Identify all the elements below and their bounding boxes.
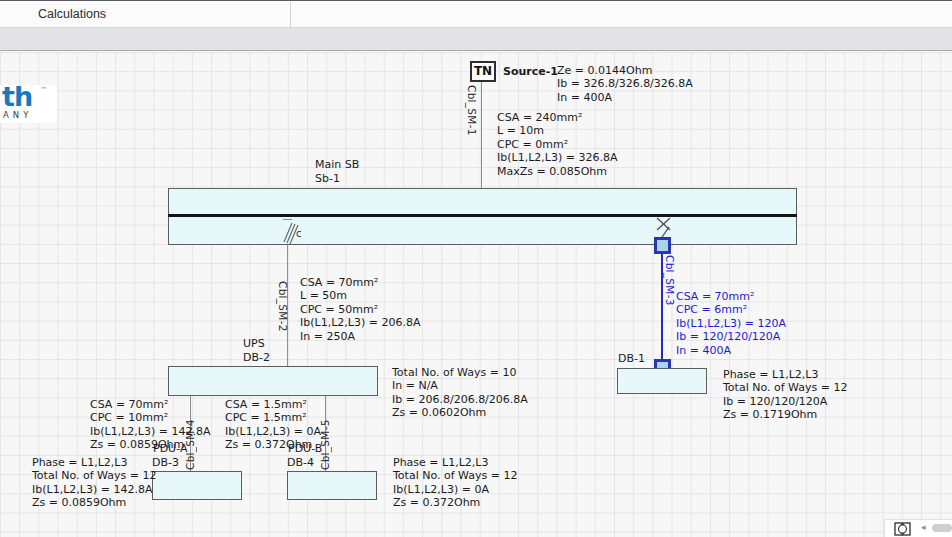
info-line: In = N/A [392,379,528,392]
hscroll-thumb[interactable] [932,524,952,532]
info-line: Total No. of Ways = 12 [32,469,156,482]
info-line: Zs = 0.0859Ohm [32,496,156,509]
info-line: Phase = L1,L2,L3 [393,456,517,469]
db4-name: PDU-B [288,442,322,456]
info-line: In = 250A [300,330,420,343]
info-line: L = 50m [300,289,420,302]
info-line: CSA = 1.5mm² [225,398,321,411]
selection-handle-top[interactable] [654,237,671,254]
db2-box[interactable] [168,366,378,396]
info-line: Ib(L1,L2,L3) = 142.8A [32,483,156,496]
db1-ref: DB-1 [618,352,645,366]
tab-divider [290,2,291,28]
info-line: Ib(L1,L2,L3) = 326.8A [497,151,617,164]
busbar-conductor-line [168,214,797,217]
db4-info-block: Phase = L1,L2,L3Total No. of Ways = 12Ib… [393,456,517,510]
trademark-mark: ™ [40,86,47,94]
info-line: CSA = 70mm² [300,276,420,289]
info-line: Total No. of Ways = 12 [723,381,847,394]
info-line: Total No. of Ways = 12 [393,469,517,482]
db2-name: UPS [243,337,265,351]
info-line: In = 400A [676,344,786,357]
info-line: Ib = 206.8/206.8/206.8A [392,393,528,406]
info-line: In = 400A [557,91,693,104]
cable-sm4-info-block: CSA = 70mm²CPC = 10mm²Ib(L1,L2,L3) = 142… [90,398,210,452]
db3-info-block: Phase = L1,L2,L3Total No. of Ways = 12Ib… [32,456,156,510]
info-line: Ib = 120/120/120A [723,395,847,408]
busbar-ref: Sb-1 [315,172,340,186]
db3-box[interactable] [152,471,242,500]
info-line: CPC = 50mm² [300,303,420,316]
info-line: CSA = 70mm² [676,290,786,303]
info-line: Ib(L1,L2,L3) = 142.8A [90,425,210,438]
db1-info-block: Phase = L1,L2,L3Total No. of Ways = 12Ib… [723,368,847,422]
info-line: Ib = 120/120/120A [676,330,786,343]
logo-text: th [2,85,32,112]
cable-sm1-label[interactable]: Cbl_SM-1 [466,85,478,185]
tn-source-box[interactable]: TN [470,61,496,82]
app-window: Calculations th ™ ANY TN Source-1 Ze = 0… [0,0,952,537]
info-line: CSA = 240mm² [497,111,617,124]
cable-sm1-line[interactable] [481,82,482,194]
cable-sm1-info-block: CSA = 240mm²L = 10mCPC = 0mm²Ib(L1,L2,L3… [497,111,617,178]
source-name: Source-1 [503,65,558,79]
info-line: Ib(L1,L2,L3) = 0A [393,483,517,496]
cable-sm3-label[interactable]: Cbl_SM-3 [664,255,676,345]
info-line: Zs = 0.0602Ohm [392,406,528,419]
info-line: Ib(L1,L2,L3) = 0A [225,425,321,438]
info-line: Total No. of Ways = 10 [392,366,528,379]
info-line: Ib(L1,L2,L3) = 120A [676,317,786,330]
info-line: MaxZs = 0.085Ohm [497,165,617,178]
tab-calculations[interactable]: Calculations [38,7,106,21]
info-line: Ib = 326.8/326.8/326.8A [557,77,693,90]
info-line: Ib(L1,L2,L3) = 206.8A [300,316,420,329]
company-logo: th ™ ANY [0,85,57,123]
info-line: CPC = 10mm² [90,411,210,424]
db2-ref: DB-2 [243,351,270,365]
fit-extents-icon[interactable] [894,522,911,536]
busbar-name: Main SB [315,158,359,172]
info-line: L = 10m [497,124,617,137]
db4-box[interactable] [287,471,377,500]
info-line: Zs = 0.1719Ohm [723,408,847,421]
cable-sm2-info-block: CSA = 70mm²L = 50mCPC = 50mm²Ib(L1,L2,L3… [300,276,420,343]
tab-bar: Calculations [0,0,952,28]
info-line: Zs = 0.372Ohm [393,496,517,509]
info-line: CPC = 0mm² [497,138,617,151]
hscroll-left-arrow[interactable]: ◂ [921,522,926,532]
db1-box[interactable] [617,368,707,394]
source-info-block: Ze = 0.0144OhmIb = 326.8/326.8/326.8AIn … [557,64,693,104]
db2-info-block: Total No. of Ways = 10In = N/AIb = 206.8… [392,366,528,420]
db3-name: PDU-A [153,442,187,456]
info-line: Zs = 0.0859Ohm [90,438,210,451]
info-line: CSA = 70mm² [90,398,210,411]
info-line: CPC = 6mm² [676,303,786,316]
toolbar-strip [0,28,952,51]
logo-subtext: ANY [3,110,32,120]
sm2-switch-label: c [296,228,302,239]
cable-sm3-info-block: CSA = 70mm²CPC = 6mm²Ib(L1,L2,L3) = 120A… [676,290,786,357]
cable-sm2-label[interactable]: Cbl_SM-2 [277,281,289,349]
info-line: Phase = L1,L2,L3 [723,368,847,381]
db4-ref: DB-4 [287,456,314,470]
info-line: CPC = 1.5mm² [225,411,321,424]
cable-sm3-line-selected[interactable] [661,253,663,361]
info-line: Ze = 0.0144Ohm [557,64,693,77]
info-line: Phase = L1,L2,L3 [32,456,156,469]
